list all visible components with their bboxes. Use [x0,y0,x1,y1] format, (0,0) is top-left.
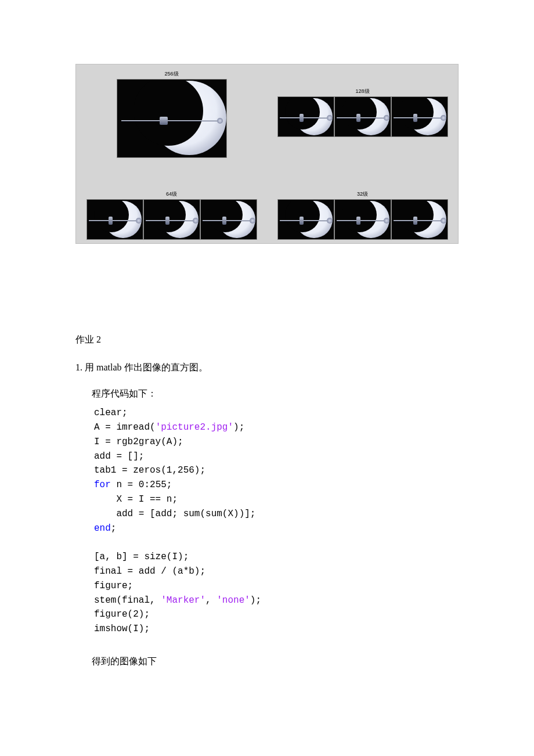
body-text: 作业 2 1. 用 matlab 作出图像的直方图。 程序代码如下： clear… [75,331,459,670]
gray-image-128 [334,96,391,137]
code-line: for n = 0:255; [94,480,172,490]
subplot-title: 256级 [164,70,178,78]
question-line: 1. 用 matlab 作出图像的直方图。 [75,359,459,376]
subplot-title: 32级 [357,190,368,198]
code-line: imshow(I); [94,624,150,634]
code-intro: 程序代码如下： [92,385,459,402]
gray-image-32 [277,199,334,240]
subplot-title: 64级 [166,190,177,198]
code-line: I = rgb2gray(A); [94,437,183,447]
code-line: final = add / (a*b); [94,566,205,577]
code-line: figure(2); [94,609,150,620]
matlab-figure-panel: 256级 128级 64级 32级 [75,64,459,244]
code-line: X = I == n; [94,494,178,505]
image-row [277,199,448,240]
subplot-32: 32级 [267,158,458,243]
result-intro: 得到的图像如下 [92,653,459,670]
gray-image-128 [391,96,448,137]
code-line: add = [add; sum(sum(X))]; [94,509,255,519]
image-row [277,96,448,137]
gray-image-256 [117,79,227,158]
gray-image-64 [86,199,143,240]
gray-image-64 [143,199,200,240]
code-line: clear; [94,408,128,418]
page: 256级 128级 64级 32级 [0,64,534,693]
image-row [86,199,257,240]
homework-heading: 作业 2 [75,331,459,348]
subplot-256: 256级 [76,64,267,158]
gray-image-128 [277,96,334,137]
gray-image-32 [391,199,448,240]
code-line: stem(final, 'Marker', 'none'); [94,595,261,606]
code-line: tab1 = zeros(1,256); [94,465,205,476]
code-blank [94,537,100,548]
gray-image-32 [334,199,391,240]
code-line: end; [94,523,116,534]
code-line: [a, b] = size(I); [94,552,189,562]
matlab-code-block: clear; A = imread('picture2.jpg'); I = r… [94,406,459,636]
code-line: A = imread('picture2.jpg'); [94,422,244,433]
subplot-64: 64级 [76,158,267,243]
gray-image-64 [200,199,257,240]
subplot-128: 128级 [267,64,458,158]
code-line: figure; [94,581,133,591]
subplot-title: 128级 [355,88,369,95]
code-line: add = []; [94,451,144,462]
